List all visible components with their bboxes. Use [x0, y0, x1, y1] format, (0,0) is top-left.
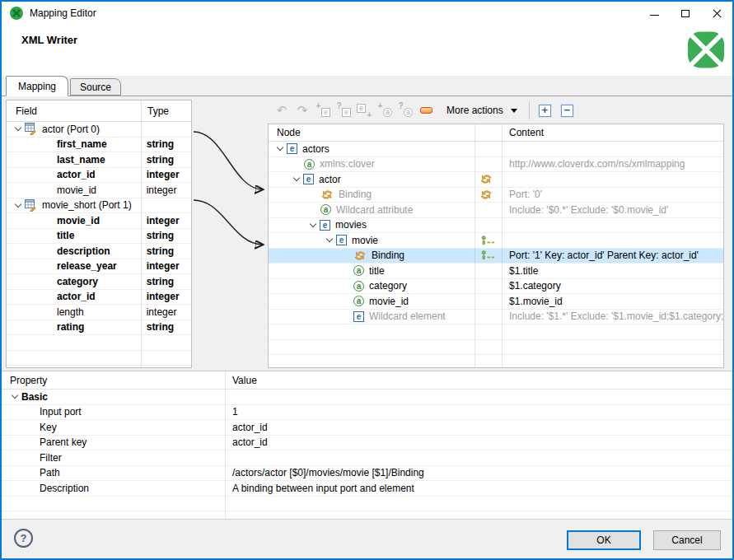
field-row[interactable]: actor_idinteger [7, 168, 191, 184]
add-wildcard-attribute-button[interactable] [396, 101, 414, 119]
tree-row[interactable]: title$1.title [269, 264, 723, 279]
expand-all-button[interactable] [539, 105, 551, 117]
tree-empty-row [269, 340, 723, 356]
collapse-all-button[interactable] [561, 105, 573, 117]
property-value[interactable]: actor_id [225, 436, 732, 448]
add-child-element-icon [321, 108, 330, 117]
remove-button[interactable] [417, 101, 435, 119]
column-header-content: Content [509, 127, 544, 138]
tree-content-cell: http://www.cloverdx.com/ns/xmlmapping [502, 158, 723, 170]
tree-row[interactable]: actors [269, 142, 723, 157]
field-label: description [57, 245, 110, 257]
property-row[interactable]: Path/actors/actor [$0]/movies/movie [$1]… [2, 466, 732, 482]
record-icon [25, 199, 37, 212]
property-value[interactable]: /actors/actor [$0]/movies/movie [$1]/Bin… [225, 467, 732, 478]
tree-row[interactable]: BindingPort: '0' [269, 188, 723, 203]
tab-source[interactable]: Source [70, 78, 121, 96]
tree-content-cell: $1.title [502, 265, 723, 277]
close-icon [712, 8, 722, 19]
property-panel-header: Property Value [2, 371, 732, 390]
binding-icon [479, 174, 493, 184]
property-row[interactable]: DescriptionA binding between input port … [2, 481, 732, 497]
tree-row[interactable]: Wildcard attributeInclude: '$0.*' Exclud… [269, 203, 723, 218]
property-row[interactable]: Keyactor_id [2, 420, 732, 436]
ok-button[interactable]: OK [567, 530, 641, 550]
property-label: Path [2, 467, 225, 478]
tree-column-divider-2 [502, 124, 503, 367]
field-row[interactable]: release_yearinteger [7, 259, 191, 275]
field-port-row[interactable]: movie_short (Port 1) [7, 198, 191, 214]
field-row[interactable]: actor_idinteger [7, 290, 191, 306]
field-name-cell: last_name [7, 154, 140, 166]
property-row[interactable]: Filter [2, 450, 732, 466]
tree-row[interactable]: movie_id$1.movie_id [269, 294, 723, 310]
property-value[interactable]: actor_id [225, 422, 732, 433]
property-label: Filter [2, 452, 225, 464]
field-port-row[interactable]: actor (Port 0) [7, 122, 191, 138]
field-name-cell: movie_id [7, 215, 140, 226]
undo-button[interactable]: ↶ [273, 101, 291, 119]
tree-status-cell [475, 189, 502, 200]
tab-mapping[interactable]: Mapping [6, 76, 68, 96]
property-group-basic[interactable]: Basic [2, 390, 732, 405]
append-element-button[interactable] [355, 101, 373, 119]
field-type: integer [140, 291, 191, 302]
field-name-cell: actor_id [7, 169, 140, 180]
more-actions-button[interactable]: More actions [442, 102, 521, 119]
add-child-element-button[interactable] [314, 101, 332, 119]
tree-row[interactable]: Wildcard elementInclude: '$1.*' Exclude:… [269, 310, 723, 325]
add-wildcard-element-icon [342, 108, 351, 117]
tree-row[interactable]: movies [269, 218, 723, 234]
property-group-label: Basic [21, 391, 48, 403]
dropdown-caret-icon [511, 109, 517, 116]
add-attribute-button[interactable] [376, 101, 394, 119]
field-row[interactable]: movie_idinteger [7, 183, 191, 198]
add-wildcard-element-button[interactable] [334, 101, 353, 119]
property-value[interactable]: A binding between input port and element [225, 483, 732, 494]
help-button[interactable]: ? [14, 529, 33, 548]
tree-content-cell: Include: '$1.*' Exclude: '$1.movie_id;$1… [502, 310, 723, 322]
property-value[interactable]: 1 [225, 406, 732, 418]
field-row[interactable]: lengthinteger [7, 305, 191, 320]
field-type: integer [140, 306, 191, 318]
property-row[interactable]: Input port1 [2, 405, 732, 421]
field-label: title [57, 230, 74, 241]
field-type: integer [140, 169, 191, 180]
tree-row[interactable]: actor [269, 172, 723, 188]
field-row[interactable]: movie_idinteger [7, 213, 191, 229]
field-type: string [140, 154, 191, 166]
attribute-icon [353, 281, 364, 292]
attribute-icon [320, 204, 331, 215]
tree-node-cell: movie [269, 235, 475, 246]
tree-row[interactable]: movie [269, 233, 723, 249]
tree-row[interactable]: xmlns:cloverhttp://www.cloverdx.com/ns/x… [269, 157, 723, 173]
minimize-icon [650, 15, 659, 16]
tree-row-selected[interactable]: BindingPort: '1' Key: actor_id' Parent K… [269, 249, 723, 264]
field-label: last_name [57, 154, 105, 166]
field-row[interactable]: first_namestring [7, 138, 191, 153]
property-row[interactable]: Parent keyactor_id [2, 436, 732, 451]
minimize-button[interactable] [638, 2, 670, 25]
field-row[interactable]: ratingstring [7, 320, 191, 336]
cancel-button[interactable]: Cancel [653, 530, 721, 550]
element-icon [353, 311, 364, 322]
dialog-header: XML Writer [2, 25, 732, 76]
close-button[interactable] [701, 2, 732, 25]
field-label: rating [57, 321, 84, 333]
field-type: string [140, 138, 191, 150]
chevron-down-icon [12, 392, 18, 399]
field-row[interactable]: titlestring [7, 229, 191, 245]
maximize-button[interactable] [670, 2, 701, 25]
field-row[interactable]: descriptionstring [7, 244, 191, 259]
tree-row[interactable]: category$1.category [269, 279, 723, 295]
tree-node-label: movie_id [369, 296, 409, 307]
chevron-down-icon [15, 124, 21, 131]
mapping-arrow-port0 [194, 132, 262, 189]
tree-content-cell: $1.category [502, 280, 723, 292]
property-label: Description [2, 483, 225, 494]
field-row[interactable]: categorystring [7, 274, 191, 290]
property-label: Key [2, 422, 225, 433]
field-type: string [140, 230, 191, 241]
redo-button[interactable]: ↷ [293, 101, 311, 119]
field-row[interactable]: last_namestring [7, 152, 191, 168]
